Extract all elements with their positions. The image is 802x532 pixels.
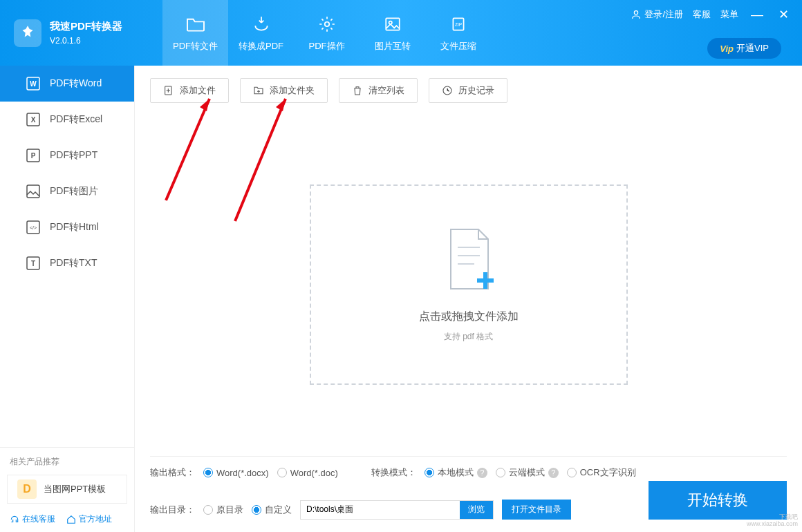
svg-line-19 xyxy=(166,99,209,200)
home-icon xyxy=(66,515,76,524)
output-path-field: 浏览 xyxy=(300,500,494,520)
svg-text:W: W xyxy=(30,80,37,88)
svg-text:X: X xyxy=(31,116,36,124)
tab-compress[interactable]: ZIP 文件压缩 xyxy=(425,0,491,66)
svg-rect-12 xyxy=(27,185,39,198)
minimize-button[interactable]: — xyxy=(748,8,766,22)
content-area: 添加文件 添加文件夹 清空列表 历史记录 点击或拖拽文件添加 支持 pdf 格式 xyxy=(135,66,802,532)
picture-icon xyxy=(26,184,40,198)
radio-docx[interactable]: Word(*.docx) xyxy=(203,468,269,478)
sidebar-item-pdf-word[interactable]: W PDF转Word xyxy=(0,66,134,102)
add-file-button[interactable]: 添加文件 xyxy=(150,78,229,103)
sidebar-item-pdf-html[interactable]: </> PDF转Html xyxy=(0,209,134,245)
help-icon[interactable]: ? xyxy=(477,468,487,478)
app-title: 我速PDF转换器 xyxy=(50,20,122,33)
svg-text:</>: </> xyxy=(30,225,37,230)
radio-custom-dir[interactable]: 自定义 xyxy=(252,504,292,516)
header-right: 登录/注册 客服 菜单 — ✕ xyxy=(631,7,792,22)
gear-icon xyxy=(318,14,336,35)
ppt-icon: P xyxy=(26,149,40,162)
history-button[interactable]: 历史记录 xyxy=(429,78,507,103)
svg-rect-1 xyxy=(386,18,400,30)
clear-list-button[interactable]: 清空列表 xyxy=(339,78,418,103)
related-title: 相关产品推荐 xyxy=(0,456,134,475)
annotation-arrow-1 xyxy=(156,86,225,204)
main-tabs: PDF转文件 转换成PDF PDF操作 图片互转 ZIP 文件压缩 xyxy=(162,0,491,66)
logo-area: 我速PDF转换器 V2.0.1.6 xyxy=(0,19,162,47)
output-dir-label: 输出目录： xyxy=(150,504,195,516)
sidebar: W PDF转Word X PDF转Excel P PDF转PPT PDF转图片 … xyxy=(0,66,135,532)
svg-text:P: P xyxy=(31,152,36,160)
txt-icon: T xyxy=(26,256,40,270)
online-support-link[interactable]: 在线客服 xyxy=(10,513,55,525)
headset-icon xyxy=(10,515,19,524)
official-site-link[interactable]: 官方地址 xyxy=(66,513,112,525)
html-icon: </> xyxy=(26,220,40,234)
sidebar-item-pdf-image[interactable]: PDF转图片 xyxy=(0,173,134,209)
trash-icon xyxy=(352,85,363,96)
sidebar-item-pdf-ppt[interactable]: P PDF转PPT xyxy=(0,137,134,173)
add-folder-icon xyxy=(253,85,264,96)
radio-cloud-mode[interactable]: 云端模式? xyxy=(496,466,559,479)
sidebar-item-pdf-excel[interactable]: X PDF转Excel xyxy=(0,102,134,137)
tab-image-convert[interactable]: 图片互转 xyxy=(360,0,425,66)
drop-subtitle: 支持 pdf 格式 xyxy=(444,331,493,343)
svg-point-5 xyxy=(635,11,638,15)
header: 我速PDF转换器 V2.0.1.6 PDF转文件 转换成PDF PDF操作 图片… xyxy=(0,0,802,66)
user-icon xyxy=(631,9,642,20)
zip-icon: ZIP xyxy=(449,14,467,35)
image-icon xyxy=(384,14,402,35)
sidebar-item-pdf-txt[interactable]: T PDF转TXT xyxy=(0,245,134,281)
word-icon: W xyxy=(26,77,40,91)
convert-mode-label: 转换模式： xyxy=(371,466,416,479)
radio-local-mode[interactable]: 本地模式? xyxy=(425,466,487,479)
close-button[interactable]: ✕ xyxy=(776,7,792,22)
app-version: V2.0.1.6 xyxy=(50,36,122,46)
svg-point-0 xyxy=(324,21,329,26)
clock-icon xyxy=(442,85,453,96)
tab-to-pdf[interactable]: 转换成PDF xyxy=(228,0,294,66)
app-logo-icon xyxy=(14,19,41,47)
open-dir-button[interactable]: 打开文件目录 xyxy=(502,500,571,520)
add-file-icon xyxy=(163,85,174,96)
drop-title: 点击或拖拽文件添加 xyxy=(419,310,519,324)
pdf-icon xyxy=(252,14,270,35)
add-folder-button[interactable]: 添加文件夹 xyxy=(240,78,328,103)
drop-zone[interactable]: 点击或拖拽文件添加 支持 pdf 格式 xyxy=(310,184,628,385)
svg-line-21 xyxy=(235,99,286,221)
vip-button[interactable]: Vip 开通VIP xyxy=(707,38,781,59)
tab-pdf-ops[interactable]: PDF操作 xyxy=(294,0,360,66)
output-path-input[interactable] xyxy=(301,501,460,519)
document-add-icon xyxy=(441,227,496,296)
svg-text:ZIP: ZIP xyxy=(454,22,461,27)
help-icon[interactable]: ? xyxy=(548,468,559,478)
support-link[interactable]: 客服 xyxy=(693,8,711,21)
tab-pdf-to-file[interactable]: PDF转文件 xyxy=(162,0,228,66)
watermark: 下载吧 www.xiazaiba.com xyxy=(747,514,798,528)
template-icon: D xyxy=(17,479,37,499)
radio-doc[interactable]: Word(*.doc) xyxy=(277,468,338,478)
excel-icon: X xyxy=(26,113,40,126)
radio-original-dir[interactable]: 原目录 xyxy=(203,504,243,516)
output-format-label: 输出格式： xyxy=(150,466,195,479)
login-link[interactable]: 登录/注册 xyxy=(631,8,683,21)
radio-ocr-mode[interactable]: OCR文字识别 xyxy=(567,466,636,479)
menu-link[interactable]: 菜单 xyxy=(720,8,738,21)
vip-badge-icon: Vip xyxy=(720,44,734,54)
related-product-item[interactable]: D 当图网PPT模板 xyxy=(7,475,127,504)
svg-text:T: T xyxy=(31,260,35,267)
toolbar: 添加文件 添加文件夹 清空列表 历史记录 xyxy=(150,78,787,103)
annotation-arrow-2 xyxy=(225,86,301,225)
browse-button[interactable]: 浏览 xyxy=(460,501,493,519)
folder-icon xyxy=(185,14,206,35)
